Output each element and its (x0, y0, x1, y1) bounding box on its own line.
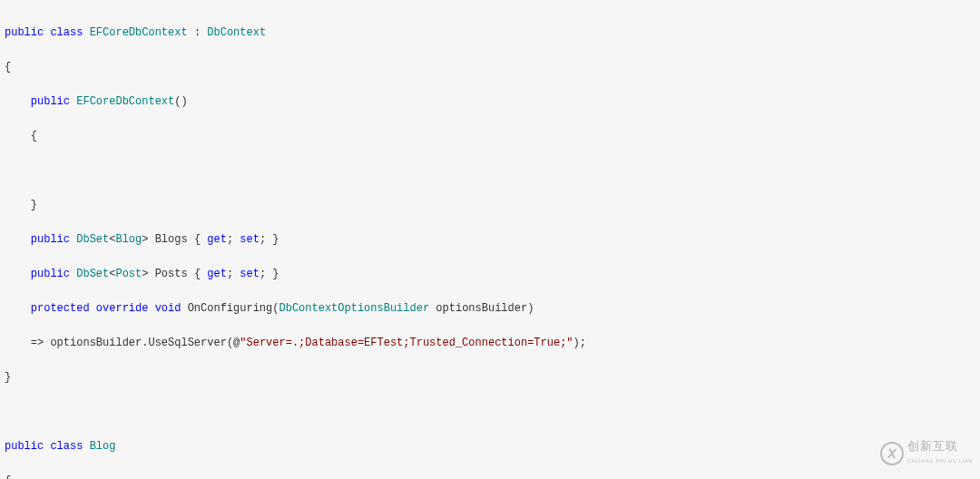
watermark-logo-icon: X (880, 442, 904, 465)
type-name: DbContextOptionsBuilder (279, 302, 429, 315)
keyword-public: public (5, 26, 44, 39)
keyword-void: void (155, 302, 181, 315)
keyword-public: public (31, 233, 70, 246)
code-line: public EFCoreDbContext() (5, 93, 980, 111)
code-line: public class EFCoreDbContext : DbContext (5, 24, 980, 42)
prop-name: Posts (155, 268, 188, 280)
watermark-text-wrap: 创新互联 CHUANG XIN HU LIAN (907, 437, 973, 470)
param-name: optionsBuilder (436, 302, 527, 315)
code-line: { (5, 473, 980, 479)
keyword-class: class (50, 26, 83, 39)
arrow-op: => (31, 337, 44, 349)
ctor-name: EFCoreDbContext (76, 95, 174, 108)
method-name: OnConfiguring (188, 302, 273, 315)
type-name: DbSet (76, 233, 109, 246)
code-line: public class Blog (5, 438, 980, 455)
code-block: public class EFCoreDbContext : DbContext… (0, 0, 980, 479)
type-name: DbContext (207, 26, 266, 39)
keyword-set: set (240, 268, 260, 280)
string-literal: "Server=.;Database=EFTest;Trusted_Connec… (240, 337, 573, 349)
keyword-public: public (5, 440, 44, 453)
keyword-get: get (207, 233, 227, 246)
code-line (5, 404, 980, 421)
watermark: X 创新互联 CHUANG XIN HU LIAN (880, 437, 973, 470)
keyword-get: get (207, 268, 227, 280)
code-line: { (5, 59, 980, 76)
ident: optionsBuilder (50, 337, 142, 349)
type-name: Blog (115, 233, 142, 246)
type-name: Blog (90, 440, 116, 453)
type-name: Post (115, 268, 142, 280)
code-line: => optionsBuilder.UseSqlServer(@"Server=… (5, 335, 980, 352)
type-name: DbSet (76, 268, 109, 280)
prop-name: Blogs (155, 233, 188, 246)
code-line: { (5, 128, 980, 145)
method-name: UseSqlServer (148, 337, 226, 349)
code-line: public DbSet<Post> Posts { get; set; } (5, 266, 980, 283)
watermark-subtext: CHUANG XIN HU LIAN (907, 453, 973, 470)
code-line: } (5, 369, 980, 386)
type-name: EFCoreDbContext (90, 26, 188, 39)
keyword-set: set (240, 233, 260, 246)
code-line: protected override void OnConfiguring(Db… (5, 300, 980, 318)
keyword-public: public (31, 95, 70, 108)
keyword-override: override (96, 302, 149, 315)
code-line (5, 162, 980, 180)
code-line: public DbSet<Blog> Blogs { get; set; } (5, 231, 980, 249)
keyword-class: class (50, 440, 83, 453)
keyword-protected: protected (31, 302, 90, 315)
code-line: } (5, 197, 980, 214)
keyword-public: public (31, 268, 70, 280)
